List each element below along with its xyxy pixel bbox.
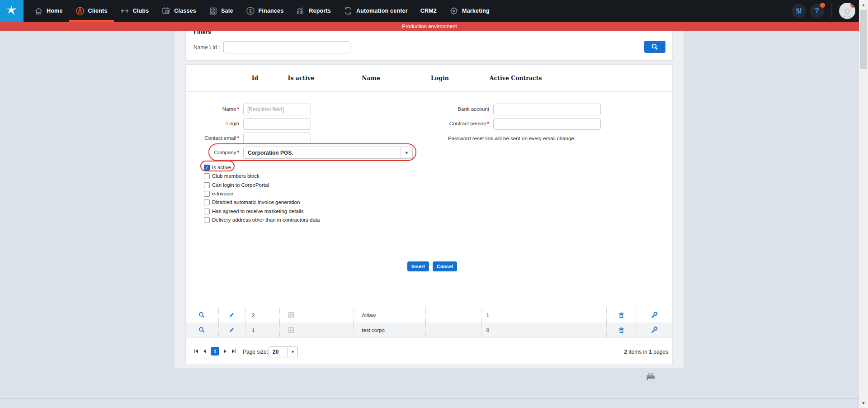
search-button[interactable] (644, 41, 665, 53)
delete-column-header (607, 65, 636, 91)
filters-panel: Filters Name \ Id : (185, 26, 673, 61)
checkbox-label: Delivery address other than in contracto… (212, 217, 320, 223)
cell-name: test corpo (354, 323, 426, 337)
header-login[interactable]: Login (426, 65, 481, 91)
checkbox-label: Is active (212, 165, 231, 170)
classes-icon (161, 6, 170, 15)
company-dropdown[interactable]: Corporation PGS. ▼ (243, 147, 413, 159)
delete-row-button[interactable] (607, 308, 636, 323)
nav-item-label: Clients (88, 8, 108, 14)
can-login-corpoportal-checkbox[interactable] (204, 182, 210, 188)
cell-id: 1 (245, 323, 280, 337)
cell-login (426, 323, 481, 337)
table-row: 1 ✓ test corpo 0 (186, 323, 672, 337)
vertical-scrollbar[interactable]: ▲ ▼ (859, 0, 868, 408)
nav-item-reports[interactable]: Reports (290, 0, 337, 22)
trash-icon (618, 327, 624, 333)
edit-row-button[interactable] (219, 323, 245, 337)
checkbox-row-is-active: ✓ Is active (204, 164, 231, 171)
nav-item-clubs[interactable]: Clubs (114, 0, 156, 22)
key-icon (651, 327, 658, 333)
nav-item-automation-center[interactable]: Automation center (337, 0, 414, 22)
settings-sliders-button[interactable] (792, 4, 806, 18)
page-number-button[interactable]: 1 (211, 347, 219, 356)
checkbox-label: Has agreed to receive marketing details (212, 209, 304, 214)
edit-column-header (219, 65, 245, 91)
star-logo-icon (5, 4, 19, 18)
sliders-icon (795, 7, 802, 14)
prev-page-button[interactable] (203, 349, 207, 354)
nav-item-finances[interactable]: $ Finances (240, 0, 290, 22)
first-page-button[interactable] (193, 349, 198, 354)
help-button[interactable]: ? (810, 4, 824, 18)
checkbox-label: Disabled automatic invoice generation (212, 199, 300, 205)
contact-email-input[interactable] (243, 133, 311, 144)
name-id-input[interactable] (223, 41, 350, 53)
insert-button[interactable]: Insert (407, 261, 429, 271)
bank-account-input[interactable] (493, 104, 601, 115)
expand-column-header (186, 65, 219, 91)
header-id[interactable]: Id (245, 65, 280, 91)
printer-icon (646, 373, 655, 381)
pencil-icon (229, 327, 235, 333)
e-invoice-checkbox[interactable] (204, 191, 210, 197)
marketing-icon (449, 6, 458, 15)
nav-item-sale[interactable]: Sale (203, 0, 240, 22)
nav-item-home[interactable]: Home (28, 0, 69, 22)
cancel-button[interactable]: Cancel (433, 261, 457, 271)
scrollbar-thumb[interactable] (860, 10, 867, 69)
page-size-dropdown[interactable]: 20 ▼ (269, 346, 298, 357)
contract-person-input[interactable] (493, 118, 601, 130)
user-avatar[interactable] (839, 3, 855, 19)
person-icon (841, 7, 854, 19)
checkbox-row-delivery-address: Delivery address other than in contracto… (204, 216, 320, 223)
last-page-button[interactable] (231, 349, 236, 354)
header-is-active[interactable]: Is active (280, 65, 354, 91)
reset-password-button[interactable] (636, 308, 672, 323)
marketing-details-checkbox[interactable] (204, 209, 210, 214)
notification-dot (850, 3, 855, 8)
disabled-invoice-generation-checkbox[interactable] (204, 199, 210, 205)
edit-row-button[interactable] (219, 308, 245, 323)
reports-icon (296, 6, 305, 15)
nav-items: Home Clients Clubs Classes Sale (28, 0, 496, 22)
header-name[interactable]: Name (354, 65, 426, 91)
nav-item-marketing[interactable]: Marketing (443, 0, 496, 22)
chevron-down-icon[interactable]: ▼ (401, 147, 412, 158)
next-page-button[interactable] (223, 349, 227, 354)
required-marker: * (237, 150, 239, 155)
preview-row-button[interactable] (186, 308, 219, 323)
clubs-icon (120, 6, 129, 15)
chevron-down-icon[interactable]: ▼ (288, 347, 297, 357)
name-id-label: Name \ Id : (193, 44, 220, 51)
reset-password-button[interactable] (636, 323, 672, 337)
clients-grid-panel: Id Is active Name Login Active Contracts… (185, 64, 673, 364)
is-active-row-checkbox: ✓ (288, 327, 294, 333)
nav-item-label: Home (47, 8, 63, 14)
nav-item-crm2[interactable]: CRM2 (414, 0, 443, 22)
page-size-label: Page size: (243, 349, 268, 355)
contact-email-field-label: Contact email* (186, 135, 239, 141)
print-button[interactable] (646, 373, 655, 383)
frame-divider (0, 399, 859, 399)
delete-row-button[interactable] (607, 323, 636, 337)
finances-icon: $ (246, 6, 255, 15)
checkbox-row-e-invoice: e-Invoice (204, 190, 233, 197)
cell-id: 2 (245, 308, 280, 323)
nav-item-label: Finances (259, 8, 284, 14)
delivery-address-checkbox[interactable] (204, 217, 210, 223)
preview-row-button[interactable] (186, 323, 219, 337)
nav-item-clients[interactable]: Clients (69, 0, 114, 22)
club-members-block-checkbox[interactable] (204, 173, 210, 179)
app-logo[interactable] (0, 0, 24, 22)
checkbox-row-disabled-invoice: Disabled automatic invoice generation (204, 199, 300, 206)
scroll-up-arrow[interactable]: ▲ (859, 1, 868, 9)
nav-item-classes[interactable]: Classes (155, 0, 203, 22)
home-icon (34, 7, 43, 15)
is-active-checkbox[interactable]: ✓ (204, 165, 210, 171)
header-active-contracts[interactable]: Active Contracts (481, 65, 607, 91)
required-marker: * (237, 135, 239, 141)
scroll-down-arrow[interactable]: ▼ (859, 399, 868, 407)
divider (831, 4, 832, 18)
pager-nav: 1 (193, 347, 236, 356)
